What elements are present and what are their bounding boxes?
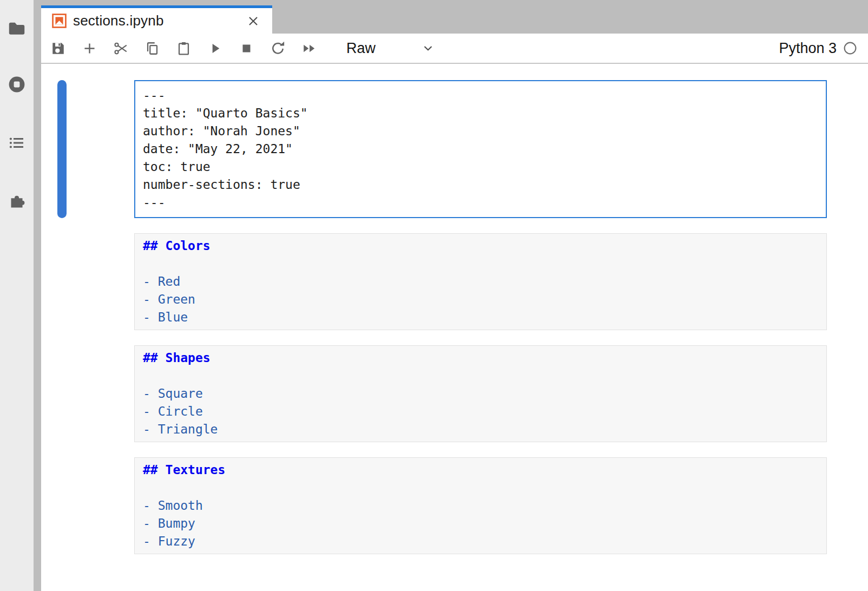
raw-cell-frontmatter: --- title: "Quarto Basics" author: "Nora… [134,80,827,218]
md-list-line: - Green [143,291,818,308]
markdown-cell-editor[interactable]: ## Shapes - Square - Circle - Triangle [134,345,827,442]
md-list-line: - Red [143,273,818,291]
play-icon [207,41,223,56]
chevron-down-icon [421,41,435,55]
cell-type-dropdown[interactable]: Raw [346,40,435,57]
tab-sections-ipynb[interactable]: sections.ipynb [41,5,272,34]
md-heading-line: ## Shapes [143,349,818,367]
puzzle-icon [7,190,27,211]
close-icon[interactable] [245,13,261,29]
markdown-cell-textures: ## Textures - Smooth - Bumpy - Fuzzy [134,457,827,554]
md-heading-line: ## Textures [143,461,818,479]
code-line: --- [143,87,818,104]
md-blank-line [143,255,818,273]
md-list-line: - Smooth [143,497,818,515]
md-list-line: - Bumpy [143,515,818,533]
tab-bar: sections.ipynb [41,0,868,34]
extension-manager-icon[interactable] [7,191,27,210]
md-heading-line: ## Colors [143,237,818,255]
stop-circle-icon [7,74,27,95]
notebook-icon [52,14,67,28]
markdown-cell-shapes: ## Shapes - Square - Circle - Triangle [134,345,827,442]
notebook-toolbar: Raw Python 3 [41,34,868,64]
copy-cells-button[interactable] [144,40,160,56]
interrupt-kernel-button[interactable] [238,40,254,56]
cell-collapser[interactable] [57,457,67,554]
code-line: author: "Norah Jones" [143,122,818,140]
activity-sidebar [0,0,34,591]
md-list-line: - Square [143,385,818,403]
jupyterlab-window: sections.ipynb [0,0,868,591]
tab-title: sections.ipynb [73,12,164,29]
md-blank-line [143,479,818,497]
markdown-cell-colors: ## Colors - Red - Green - Blue [134,233,827,330]
notebook-panel: --- title: "Quarto Basics" author: "Nora… [41,64,868,591]
code-line: toc: true [143,158,818,176]
kernel-status-icon[interactable] [843,41,857,55]
code-line: number-sections: true [143,176,818,194]
cell-collapser[interactable] [57,345,67,442]
markdown-cell-editor[interactable]: ## Colors - Red - Green - Blue [134,233,827,330]
running-sessions-icon[interactable] [7,75,27,94]
clipboard-icon [176,41,192,56]
code-line: title: "Quarto Basics" [143,104,818,122]
code-line: --- [143,194,818,212]
fast-forward-icon [301,41,317,56]
plus-icon [82,41,97,56]
list-icon [7,133,27,153]
code-line: date: "May 22, 2021" [143,140,818,158]
file-browser-icon[interactable] [7,18,27,38]
md-list-line: - Circle [143,403,818,421]
save-button[interactable] [50,40,66,56]
scissors-icon [113,41,129,56]
restart-icon [270,41,286,56]
folder-icon [7,18,27,38]
kernel-status-group: Python 3 [779,40,857,57]
md-list-line: - Blue [143,308,818,326]
run-cell-button[interactable] [207,40,223,56]
cut-cells-button[interactable] [113,40,129,56]
insert-cell-button[interactable] [81,40,97,56]
main-area: sections.ipynb [41,0,868,591]
sidebar-splitter[interactable] [34,0,41,591]
stop-icon [239,41,254,56]
kernel-name: Python 3 [779,40,837,57]
md-list-line: - Triangle [143,421,818,438]
save-icon [50,41,66,56]
markdown-cell-editor[interactable]: ## Textures - Smooth - Bumpy - Fuzzy [134,457,827,554]
run-all-cells-button[interactable] [301,40,317,56]
raw-cell-editor[interactable]: --- title: "Quarto Basics" author: "Nora… [134,80,827,218]
cell-type-value: Raw [346,40,376,57]
md-blank-line [143,367,818,385]
table-of-contents-icon[interactable] [7,133,27,153]
copy-icon [144,41,160,56]
cell-collapser[interactable] [57,80,67,218]
paste-cells-button[interactable] [175,40,192,56]
md-list-line: - Fuzzy [143,533,818,550]
cell-collapser[interactable] [57,233,67,330]
restart-kernel-button[interactable] [269,40,286,56]
